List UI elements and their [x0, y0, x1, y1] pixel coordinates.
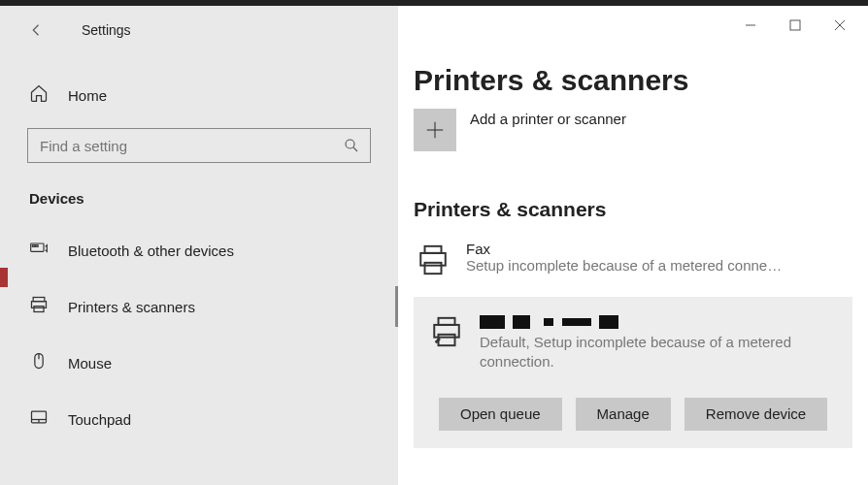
- printer-icon: [414, 241, 452, 279]
- sidebar-item-printers[interactable]: Printers & scanners: [0, 278, 398, 335]
- device-status: Setup incomplete because of a metered co…: [466, 257, 782, 274]
- sidebar-item-bluetooth[interactable]: Bluetooth & other devices: [0, 222, 398, 278]
- svg-rect-24: [439, 335, 455, 345]
- sidebar-item-touchpad[interactable]: Touchpad: [0, 391, 398, 447]
- selected-device-card[interactable]: Default, Setup incomplete because of a m…: [414, 297, 852, 448]
- main-panel: Printers & scanners Add a printer or sca…: [398, 6, 868, 485]
- add-printer-button[interactable]: Add a printer or scanner: [414, 109, 868, 151]
- remove-device-button[interactable]: Remove device: [684, 398, 827, 431]
- close-button[interactable]: [818, 10, 862, 41]
- home-icon: [29, 83, 49, 107]
- manage-button[interactable]: Manage: [576, 398, 671, 431]
- back-icon[interactable]: [27, 20, 47, 40]
- sidebar-section-title: Devices: [29, 190, 398, 207]
- search-input-wrap[interactable]: [27, 128, 371, 163]
- svg-point-4: [346, 140, 354, 148]
- selected-device-name: [480, 312, 839, 329]
- open-queue-button[interactable]: Open queue: [439, 398, 562, 431]
- page-title: Printers & scanners: [414, 64, 868, 97]
- sidebar-item-label: Printers & scanners: [68, 299, 195, 315]
- svg-rect-21: [425, 263, 442, 274]
- home-nav[interactable]: Home: [0, 74, 398, 116]
- search-icon: [343, 137, 360, 158]
- sidebar-item-label: Bluetooth & other devices: [68, 242, 234, 259]
- home-label: Home: [68, 87, 107, 104]
- touchpad-icon: [29, 407, 49, 431]
- sidebar-item-mouse[interactable]: Mouse: [0, 335, 398, 391]
- search-input[interactable]: [28, 129, 331, 162]
- maximize-button[interactable]: [773, 10, 818, 41]
- plus-icon: [414, 109, 456, 151]
- svg-rect-1: [790, 20, 800, 30]
- svg-rect-11: [34, 307, 44, 312]
- sidebar-item-label: Mouse: [68, 355, 112, 372]
- sidebar-item-label: Touchpad: [68, 411, 131, 428]
- printer-icon: [29, 295, 49, 318]
- svg-line-5: [353, 147, 357, 151]
- add-printer-label: Add a printer or scanner: [470, 111, 626, 127]
- svg-rect-19: [425, 246, 442, 253]
- svg-rect-7: [32, 245, 35, 247]
- minimize-button[interactable]: [728, 10, 773, 41]
- selected-device-status: Default, Setup incomplete because of a m…: [480, 333, 839, 372]
- mouse-icon: [29, 351, 49, 374]
- device-row-fax[interactable]: Fax Setup incomplete because of a metere…: [414, 237, 868, 283]
- device-name: Fax: [466, 241, 782, 257]
- device-list-title: Printers & scanners: [414, 198, 868, 221]
- bluetooth-devices-icon: [29, 239, 49, 262]
- window-title: Settings: [82, 22, 131, 38]
- printer-default-icon: [427, 312, 466, 351]
- svg-rect-22: [439, 318, 455, 325]
- svg-rect-9: [33, 298, 45, 302]
- sidebar: Settings Home: [0, 6, 398, 485]
- svg-rect-8: [36, 245, 39, 247]
